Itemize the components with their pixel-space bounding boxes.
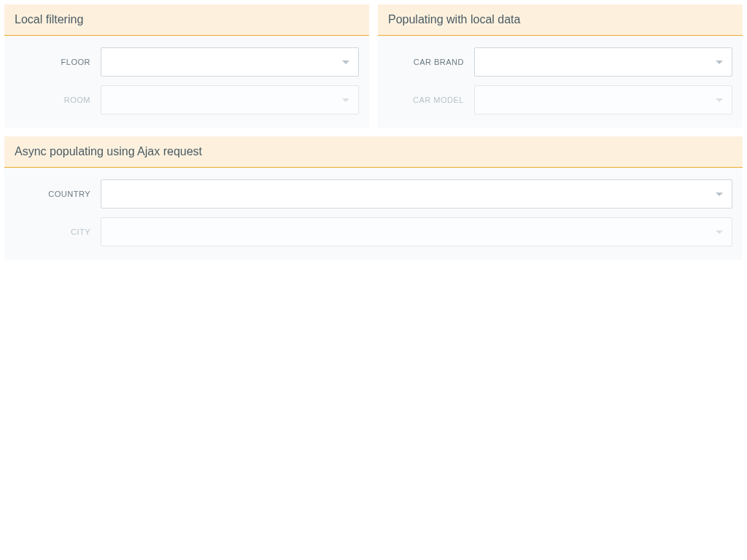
field-label-country: COUNTRY: [15, 190, 101, 198]
panel-body: FLOOR ROOM: [4, 36, 369, 128]
select-room: [101, 85, 359, 114]
field-label-car-brand: CAR BRAND: [388, 58, 474, 66]
panel-title: Populating with local data: [378, 4, 743, 36]
select-city: [101, 217, 732, 246]
caret-down-icon: [716, 192, 723, 196]
panel-local-data: Populating with local data CAR BRAND CAR…: [378, 4, 743, 128]
select-car-model: [474, 85, 732, 114]
field-room: ROOM: [15, 85, 359, 114]
field-floor: FLOOR: [15, 47, 359, 77]
field-label-city: CITY: [15, 228, 101, 236]
caret-down-icon: [716, 61, 723, 64]
select-floor[interactable]: [101, 47, 359, 77]
field-label-floor: FLOOR: [15, 58, 101, 66]
panel-title: Local filtering: [4, 4, 369, 36]
select-car-brand[interactable]: [474, 47, 732, 77]
caret-down-icon: [716, 98, 723, 102]
field-label-room: ROOM: [15, 96, 101, 104]
panel-async: Async populating using Ajax request COUN…: [4, 136, 743, 260]
field-city: CITY: [15, 217, 732, 246]
field-car-brand: CAR BRAND: [388, 47, 732, 77]
field-label-car-model: CAR MODEL: [388, 96, 474, 104]
panel-body: CAR BRAND CAR MODEL: [378, 36, 743, 128]
caret-down-icon: [342, 98, 349, 102]
panel-local-filtering: Local filtering FLOOR ROOM: [4, 4, 369, 128]
caret-down-icon: [342, 61, 349, 64]
field-country: COUNTRY: [15, 179, 732, 209]
caret-down-icon: [716, 230, 723, 234]
panel-title: Async populating using Ajax request: [4, 136, 743, 168]
field-car-model: CAR MODEL: [388, 85, 732, 114]
select-country[interactable]: [101, 179, 732, 209]
panel-body: COUNTRY CITY: [4, 168, 743, 260]
